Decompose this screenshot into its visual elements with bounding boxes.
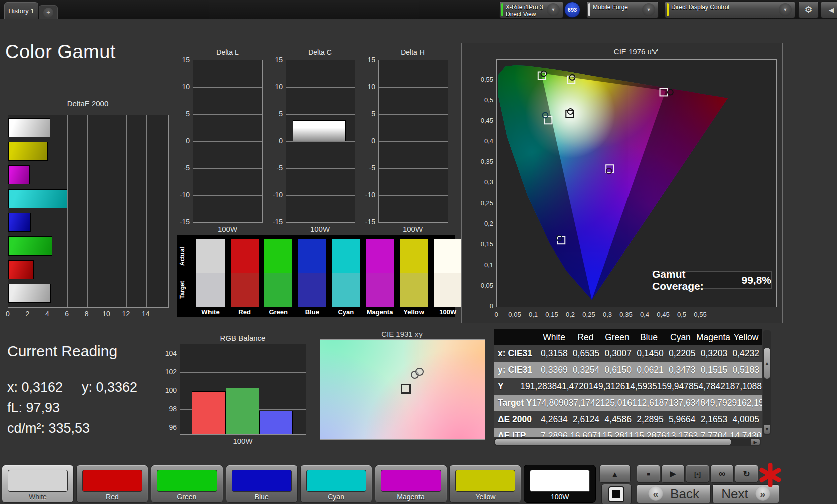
table-cell: 125,0161 [600,398,637,408]
chevrons-left-icon: « [648,486,663,501]
coverage-value: 99,8% [741,274,771,286]
chevron-down-icon[interactable]: ▼ [547,3,560,16]
axis-tick-label: 0,1 [523,311,543,318]
axis-tick-label: 100 [159,386,177,394]
gridline [193,168,262,169]
scroll-up-patches-button[interactable]: ▲ [599,465,631,483]
interval-icon: [•] [694,470,701,478]
table-cell: 2,1653 [698,414,730,425]
table-cell: 4,4586 [602,414,634,425]
patch-name-label: Cyan [328,308,364,316]
axis-tick-label: 96 [159,423,177,431]
axis-tick-label: 2 [20,310,34,318]
axis-tick-label: 0,2 [470,220,493,227]
table-cell: 14,7430 [730,431,762,437]
patch-button-red[interactable]: Red [76,465,148,503]
axis-tick-label: 0 [1,310,15,318]
axis-x-label: 100W [193,225,262,233]
back-button[interactable]: « Back [637,484,711,503]
scroll-down-button[interactable]: ▼ [764,425,770,434]
patch-swatch [232,470,292,492]
chevron-down-icon: ▼ [765,427,769,432]
actual-row-label: Actual [179,239,186,273]
gridline [193,141,262,142]
axis-tick-label: 0 [470,302,493,310]
gridline [87,115,88,307]
table-vertical-scrollbar[interactable]: ▲ ▼ [763,330,771,435]
stop-button[interactable]: ■ [637,465,660,483]
table-row[interactable]: x: CIE310,31580,65350,30070,14500,22050,… [494,345,762,362]
patch-column-100w: 100W [434,235,462,317]
scrollbar-thumb[interactable]: ▲ [764,348,770,379]
tab-label: History 1 [8,7,34,15]
patch-button-cyan[interactable]: Cyan [300,465,372,503]
actual-swatch [264,239,292,273]
axis-x-label: 100W [286,225,354,233]
blank-patch-button[interactable] [601,484,632,504]
table-row[interactable]: y: CIE310,33690,32540,61500,06210,34730,… [494,362,762,378]
source-dropdown[interactable]: Mobile Forge ▼ [586,1,659,18]
settings-button[interactable]: ⚙ [798,1,819,18]
meter-count-badge[interactable]: 693 [564,2,580,18]
scroll-right-button[interactable]: ▶ [751,439,760,445]
patch-label: White [2,493,73,501]
patch-button-100w[interactable]: 100W [524,465,596,503]
target-swatch [400,273,428,307]
patch-button-blue[interactable]: Blue [226,465,298,503]
gridline [379,114,448,115]
actual-marker-white [415,368,424,376]
workflow-label: Direct Display Control [671,4,729,11]
patch-name-label: Magenta [362,308,398,316]
axis-tick-label: 0 [357,137,375,145]
table-row[interactable]: ΔE 20004,26342,61244,45862,28955,96642,1… [494,411,762,428]
table-cell: 15,2876 [634,431,666,437]
axis-tick-label: 0,3 [597,311,617,318]
gridline [107,115,107,307]
patch-button-green[interactable]: Green [151,465,223,503]
table-row[interactable]: Target Y174,809037,1742125,016112,618713… [494,395,762,411]
patch-swatch [82,470,142,492]
workflow-dropdown[interactable]: Direct Display Control ▼ [665,1,795,18]
row-label: y: CIE31 [494,365,538,375]
gridline [193,195,262,196]
axis-tick-label: 5 [265,110,283,118]
axis-tick-label: 0,5 [672,311,692,318]
chevron-down-icon[interactable]: ▼ [642,3,655,16]
table-cell: 13,1763 [666,431,698,437]
mini-chart-title: Delta H [378,48,447,56]
scrollbar-thumb[interactable] [495,439,731,445]
patch-button-white[interactable]: White [2,465,74,503]
patch-label: Magenta [375,493,447,501]
actual-swatch [231,239,259,273]
table-cell: 54,7842 [694,381,725,392]
table-cell: 0,1450 [634,348,666,359]
refresh-button[interactable]: ↻ [735,465,758,483]
table-horizontal-scrollbar[interactable]: ▶ [494,438,761,446]
row-label: x: CIE31 [494,348,538,359]
interval-button[interactable]: [•] [686,465,709,483]
table-row[interactable]: Y191,283841,4720149,312614,5935159,94785… [494,378,762,395]
patch-button-yellow[interactable]: Yellow [449,465,521,503]
back-label: Back [670,486,699,502]
table-cell: 0,6150 [602,365,634,375]
patch-swatch [306,470,366,492]
meter-dropdown[interactable]: X-Rite i1Pro 3 Direct View ▼ [499,1,563,18]
add-tab-button[interactable]: + [39,5,58,19]
next-button[interactable]: Next » [712,484,779,503]
axis-tick-label: 8 [80,310,94,318]
target-swatch [264,273,292,307]
reading-x: x: 0,3162 [7,380,63,395]
tab-history-1[interactable]: History 1 [4,2,38,19]
chevron-down-icon[interactable]: ▼ [779,3,792,16]
play-button[interactable]: ▶ [661,465,685,483]
collapse-panel-button[interactable]: ◀ [821,1,837,18]
patch-button-magenta[interactable]: Magenta [375,465,447,503]
axis-tick-label: 0,2 [560,311,580,318]
deltae-bar-blue [8,213,31,232]
column-header-red: Red [570,332,601,343]
table-row[interactable]: ΔE ITP7,289616,607115,281115,287613,1763… [494,428,762,437]
infinity-button[interactable]: ∞ [710,465,734,483]
rgb-balance-title: RGB Balance [180,334,305,342]
axis-tick-label: 0,05 [505,311,525,318]
axis-tick-label: 12 [119,310,133,318]
